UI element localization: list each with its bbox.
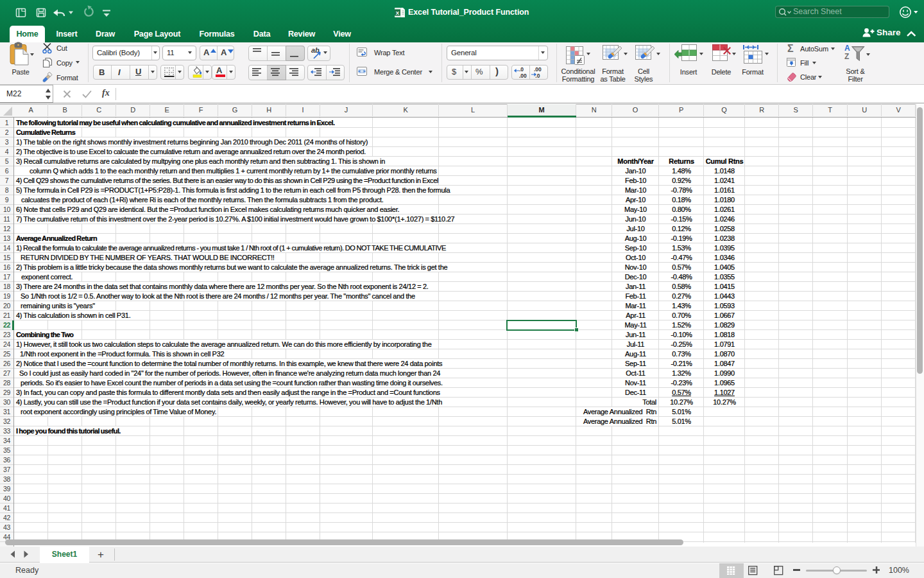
svg-text:X: X [396,10,400,16]
